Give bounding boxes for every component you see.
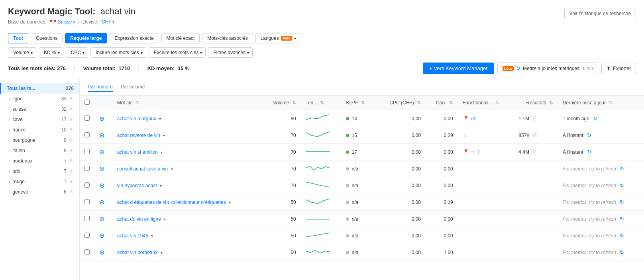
keyword-dropdown-arrow[interactable]: ▾ — [161, 251, 163, 255]
add-keyword-btn[interactable]: ⊕ — [99, 182, 104, 189]
eye-icon-italien[interactable]: 👁 — [69, 148, 74, 153]
database-dropdown[interactable]: Suisse ▾ — [58, 19, 75, 25]
tab-langues[interactable]: Langues beta ▾ — [255, 33, 302, 43]
header-resultats[interactable]: Résultats ⇅ — [514, 96, 558, 110]
add-keyword-btn[interactable]: ⊕ — [99, 115, 104, 122]
history-button[interactable]: Voir l'historique de recherche — [564, 8, 636, 19]
row-checkbox[interactable] — [84, 199, 90, 204]
sidebar-item-geneve[interactable]: › geneve 6 👁 — [0, 187, 79, 197]
add-keyword-btn[interactable]: ⊕ — [99, 165, 104, 172]
row-checkbox[interactable] — [84, 166, 90, 171]
row-checkbox[interactable] — [84, 233, 90, 238]
keyword-link[interactable]: vin hypocras achat — [117, 183, 157, 188]
refresh-button[interactable]: ↻ — [620, 233, 624, 239]
keyword-dropdown-arrow[interactable]: ▾ — [171, 167, 173, 171]
sidebar-item-rouge[interactable]: › rouge 7 👁 — [0, 176, 79, 187]
refresh-button[interactable]: ↻ — [620, 249, 624, 255]
inclure-filter[interactable]: Inclure les mots clés ▾ — [90, 47, 146, 58]
refresh-button[interactable]: ↻ — [620, 199, 624, 205]
eye-icon-rouge[interactable]: 👁 — [69, 179, 74, 184]
refresh-button[interactable]: ↻ — [620, 182, 624, 188]
keyword-link[interactable]: achat d étiquettes de vin collectionneur… — [117, 200, 226, 205]
sidebar-chevron-bordeaux: › — [9, 159, 10, 163]
header-fonctionnalites[interactable]: Fonctionnali... ⇅ — [458, 96, 514, 110]
add-keyword-btn[interactable]: ⊕ — [99, 215, 104, 222]
keyword-link[interactable]: achat vin bordeaux — [117, 250, 157, 255]
tab-expression-exacte[interactable]: Expression exacte — [110, 33, 159, 43]
row-checkbox[interactable] — [84, 249, 90, 255]
tab-questions[interactable]: Questions — [31, 33, 63, 43]
keyword-link[interactable]: achat du vin en ligne — [117, 216, 161, 222]
update-metrics-button[interactable]: beta ↻ Mettre à jour les métriques 4/250 — [497, 63, 598, 74]
eye-icon-cave[interactable]: 👁 — [69, 117, 74, 122]
func-more: +2 — [471, 116, 476, 121]
exclure-filter[interactable]: Exclure les mots clés ▾ — [149, 47, 206, 58]
header-cpc[interactable]: CPC (CHF) ⇅ — [376, 96, 426, 110]
eye-icon-ligne[interactable]: 👁 — [69, 96, 74, 102]
keyword-link[interactable]: achat revente de vin — [117, 133, 160, 138]
add-keyword-btn[interactable]: ⊕ — [99, 232, 104, 239]
row-checkbox[interactable] — [84, 132, 90, 137]
currency-dropdown[interactable]: CHF ▾ — [102, 19, 114, 25]
keyword-dropdown-arrow[interactable]: ▾ — [160, 184, 162, 188]
header-kd[interactable]: KD % ⇅ — [341, 96, 376, 110]
eye-icon-suisse[interactable]: 👁 — [69, 106, 74, 112]
keyword-link[interactable]: achat vin st emilion — [117, 149, 158, 155]
refresh-button[interactable]: ↻ — [620, 166, 624, 172]
header-volume[interactable]: Volume ⇅ — [261, 96, 301, 110]
refresh-button[interactable]: ↻ — [587, 149, 591, 155]
tab-tout[interactable]: Tout — [8, 33, 28, 43]
add-keyword-btn[interactable]: ⊕ — [99, 199, 104, 206]
row-checkbox[interactable] — [84, 216, 90, 221]
keyword-link[interactable]: achat vin 1946 — [117, 233, 148, 239]
avances-filter[interactable]: Filtres avancés ▾ — [208, 47, 253, 58]
add-keyword-btn[interactable]: ⊕ — [99, 249, 104, 256]
tab-mot-cle-exact[interactable]: Mot clé exact — [161, 33, 200, 43]
add-keyword-btn[interactable]: ⊕ — [99, 132, 104, 139]
sidebar-item-italien[interactable]: › italien 9 👁 — [0, 145, 79, 156]
header-tendance[interactable]: Ten... ⇅ — [301, 96, 342, 110]
kd-filter[interactable]: KD % ▾ — [39, 47, 63, 58]
volume-filter[interactable]: Volume ▾ — [8, 47, 36, 58]
header-derniere-maj[interactable]: Dernière mise à jour ⇅ — [558, 96, 644, 110]
sidebar-item-bourgogne[interactable]: › bourgogne 9 👁 — [0, 135, 79, 145]
sidebar-item-bordeaux[interactable]: › bordeaux 7 👁 — [0, 156, 79, 166]
row-checkbox[interactable] — [84, 116, 90, 121]
sidebar-item-suisse[interactable]: › suisse 32 👁 — [0, 104, 79, 114]
sidebar-item-france[interactable]: › france 10 👁 — [0, 125, 79, 135]
sidebar-item-cave[interactable]: › cave 17 👁 — [0, 114, 79, 125]
export-button[interactable]: ⬆ Exporter — [601, 63, 636, 74]
tab-mots-cles-associes[interactable]: Mots-clés associés — [202, 33, 253, 43]
keyword-dropdown-arrow[interactable]: ▾ — [161, 150, 163, 155]
row-checkbox[interactable] — [84, 182, 90, 188]
cpc-filter[interactable]: CPC ▾ — [66, 47, 88, 58]
add-keyword-btn[interactable]: ⊕ — [99, 149, 104, 155]
sidebar-all-item[interactable]: Tous les m... 276 — [0, 83, 79, 94]
row-checkbox[interactable] — [84, 149, 90, 154]
keyword-dropdown-arrow[interactable]: ▾ — [151, 234, 153, 238]
eye-icon-prix[interactable]: 👁 — [69, 168, 74, 174]
sort-tab-volume[interactable]: Par volume — [121, 82, 145, 92]
eye-icon-geneve[interactable]: 👁 — [69, 189, 74, 195]
sidebar-item-ligne[interactable]: › ligne 33 👁 — [0, 94, 79, 104]
refresh-button[interactable]: ↻ — [593, 116, 597, 121]
keyword-manager-button[interactable]: + Vers Keyword Manager — [423, 63, 494, 74]
refresh-button[interactable]: ↻ — [587, 132, 591, 138]
header-mot-cle[interactable]: Mot clé ⇅ — [112, 96, 261, 110]
keyword-dropdown-arrow[interactable]: ▾ — [229, 200, 231, 205]
keyword-dropdown-arrow[interactable]: ▾ — [164, 217, 166, 221]
keyword-dropdown-arrow[interactable]: ▾ — [163, 133, 165, 138]
keyword-link[interactable]: achat vin margaux — [117, 116, 156, 121]
sidebar-item-prix[interactable]: › prix 7 👁 — [0, 166, 79, 176]
eye-icon-bordeaux[interactable]: 👁 — [69, 158, 74, 164]
keyword-dropdown-arrow[interactable]: ▾ — [159, 117, 161, 121]
eye-icon-bourgogne[interactable]: 👁 — [69, 137, 74, 143]
keyword-link[interactable]: conseil achat cave a vin — [117, 166, 168, 172]
sort-tab-numero[interactable]: Par numéro — [88, 82, 113, 92]
header-concurrence[interactable]: Con. ⇅ — [426, 96, 458, 110]
eye-icon-france[interactable]: 👁 — [69, 127, 74, 133]
refresh-button[interactable]: ↻ — [620, 216, 624, 222]
kd-dot — [346, 151, 349, 154]
tab-requete-large[interactable]: Requête large — [65, 33, 107, 43]
select-all-checkbox[interactable] — [84, 100, 90, 105]
